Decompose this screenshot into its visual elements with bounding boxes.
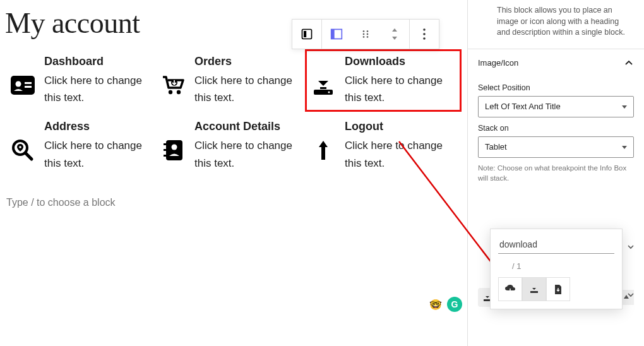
svg-point-11 bbox=[423, 33, 426, 35]
grammarly-icon[interactable]: G bbox=[447, 297, 462, 312]
image-icon-panel: Image/Icon Select Position Left Of Text … bbox=[468, 49, 644, 193]
infobox-text[interactable]: Click here to change this text. bbox=[194, 137, 306, 171]
drag-handle[interactable] bbox=[351, 20, 380, 49]
block-description: This block allows you to place an image … bbox=[468, 0, 644, 49]
layout-button[interactable] bbox=[322, 20, 351, 49]
infobox-orders[interactable]: Orders Click here to change this text. bbox=[160, 55, 306, 106]
panel-toggle[interactable]: Image/Icon bbox=[468, 49, 644, 77]
chevron-up-icon bbox=[624, 58, 634, 68]
svg-point-21 bbox=[328, 92, 330, 93]
icon-result-file-download[interactable] bbox=[546, 277, 570, 301]
infobox-logout[interactable]: Logout Click here to change this text. bbox=[311, 120, 456, 171]
move-buttons[interactable] bbox=[380, 20, 409, 49]
infobox-title[interactable]: Address bbox=[44, 120, 155, 133]
infobox-text[interactable]: Click here to change this text. bbox=[44, 137, 155, 171]
hidden-select-1[interactable] bbox=[626, 242, 635, 251]
cart-icon bbox=[160, 73, 186, 98]
infobox-dashboard[interactable]: Dashboard Click here to change this text… bbox=[10, 55, 155, 106]
stack-on-select[interactable]: Tablet bbox=[478, 136, 634, 158]
stack-on-label: Stack on bbox=[478, 124, 634, 133]
infobox-title[interactable]: Downloads bbox=[345, 55, 456, 68]
more-options-button[interactable] bbox=[410, 20, 439, 49]
svg-point-4 bbox=[363, 30, 365, 32]
svg-rect-1 bbox=[304, 31, 306, 37]
infobox-title[interactable]: Orders bbox=[194, 55, 306, 68]
svg-rect-25 bbox=[166, 140, 182, 160]
svg-rect-0 bbox=[302, 30, 312, 39]
download-icon bbox=[311, 73, 336, 98]
svg-point-6 bbox=[363, 33, 365, 35]
select-position-label: Select Position bbox=[478, 83, 634, 92]
svg-rect-16 bbox=[25, 86, 32, 88]
select-position[interactable]: Left Of Text And Title bbox=[478, 96, 634, 117]
infobox-text[interactable]: Click here to change this text. bbox=[194, 72, 306, 106]
svg-rect-27 bbox=[164, 149, 167, 151]
arrow-up-icon bbox=[311, 138, 336, 163]
svg-point-8 bbox=[363, 36, 365, 38]
infobox-grid: Dashboard Click here to change this text… bbox=[5, 55, 461, 172]
svg-point-10 bbox=[423, 28, 426, 31]
block-placeholder[interactable]: Type / to choose a block bbox=[5, 197, 461, 208]
stack-note: Note: Choose on what breakpoint the Info… bbox=[478, 163, 634, 183]
svg-rect-32 bbox=[530, 291, 538, 293]
infobox-address[interactable]: Address Click here to change this text. bbox=[10, 120, 155, 171]
svg-rect-3 bbox=[331, 30, 335, 39]
emoji-icon[interactable]: 🤓 bbox=[428, 297, 443, 312]
infobox-text[interactable]: Click here to change this text. bbox=[44, 72, 155, 106]
settings-sidebar: This block allows you to place an image … bbox=[467, 0, 644, 346]
icon-result-download[interactable] bbox=[522, 277, 546, 301]
svg-point-14 bbox=[16, 81, 21, 87]
svg-point-18 bbox=[177, 90, 181, 94]
infobox-downloads[interactable]: Downloads Click here to change this text… bbox=[305, 49, 462, 112]
contacts-icon bbox=[160, 138, 186, 163]
icon-result-cloud-download[interactable] bbox=[498, 277, 522, 301]
infobox-title[interactable]: Logout bbox=[345, 120, 456, 133]
svg-rect-13 bbox=[11, 76, 35, 95]
infobox-title[interactable]: Account Details bbox=[194, 120, 306, 133]
svg-point-17 bbox=[169, 90, 172, 94]
svg-point-7 bbox=[367, 33, 369, 35]
infobox-text[interactable]: Click here to change this text. bbox=[345, 72, 456, 106]
svg-point-29 bbox=[172, 145, 177, 150]
svg-point-24 bbox=[19, 146, 21, 149]
editor-canvas: My account bbox=[0, 0, 467, 346]
svg-point-12 bbox=[423, 37, 426, 40]
page-indicator: / 1 bbox=[512, 261, 614, 271]
panel-title: Image/Icon bbox=[478, 58, 518, 68]
svg-point-9 bbox=[367, 36, 369, 38]
search-location-icon bbox=[10, 138, 35, 163]
block-toolbar bbox=[292, 19, 439, 49]
infobox-text[interactable]: Click here to change this text. bbox=[345, 137, 456, 171]
svg-rect-26 bbox=[164, 143, 167, 145]
icon-search-input[interactable] bbox=[498, 237, 614, 254]
icon-search-popover: / 1 bbox=[490, 229, 623, 309]
infobox-title[interactable]: Dashboard bbox=[44, 55, 155, 68]
svg-rect-15 bbox=[25, 82, 32, 84]
infobox-account-details[interactable]: Account Details Click here to change thi… bbox=[160, 120, 306, 171]
block-type-button[interactable] bbox=[292, 20, 321, 49]
hidden-select-2[interactable] bbox=[626, 290, 635, 299]
svg-rect-28 bbox=[164, 155, 167, 157]
id-card-icon bbox=[10, 73, 35, 98]
svg-point-5 bbox=[367, 30, 369, 32]
svg-rect-22 bbox=[320, 87, 326, 89]
extension-icons: 🤓 G bbox=[428, 297, 462, 312]
